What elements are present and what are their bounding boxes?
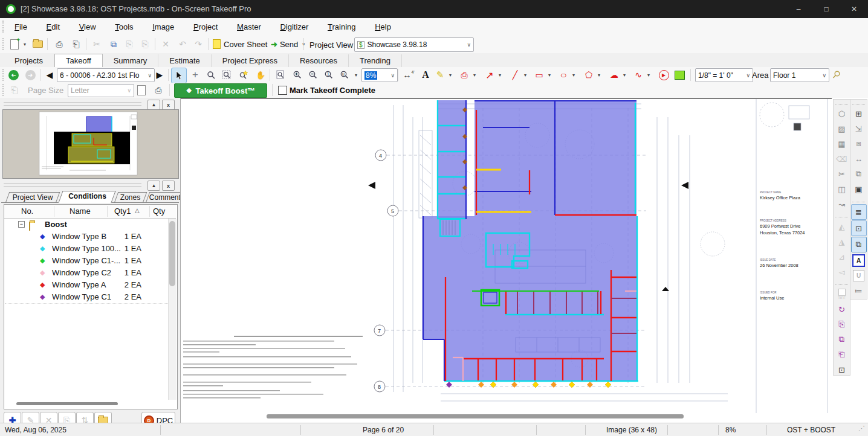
list-view-button[interactable]: ≣: [851, 204, 867, 220]
dimension-tool-button[interactable]: ↔4': [401, 68, 416, 82]
collapse-panel-button[interactable]: ▲: [147, 100, 160, 110]
takeoff-boost-button[interactable]: ❖ Takeoff Boost™: [174, 83, 267, 98]
tab-conditions[interactable]: Conditions: [58, 191, 115, 203]
page-setup-button[interactable]: ⎗: [7, 83, 22, 97]
menu-edit[interactable]: Edit: [38, 18, 68, 36]
splitter-grip[interactable]: [4, 183, 141, 187]
select-tool-button[interactable]: [171, 68, 187, 83]
rotate-ccw-button[interactable]: ◭: [835, 219, 849, 234]
copy-button[interactable]: ⧉: [106, 37, 121, 51]
eraser-button[interactable]: ⌫: [835, 152, 849, 166]
col-qty1[interactable]: Qty1: [114, 207, 131, 216]
expand-view-button[interactable]: ⇲: [852, 121, 866, 136]
close-panel-button[interactable]: x: [162, 181, 175, 191]
condition-group-row[interactable]: − Boost: [5, 219, 168, 231]
cut-button[interactable]: ✂: [89, 37, 104, 51]
scrollbar-thumb[interactable]: [169, 221, 175, 286]
print-button[interactable]: ⎙: [52, 37, 66, 51]
toolbar-grip[interactable]: [2, 38, 5, 50]
zoom-previous-button[interactable]: u: [337, 68, 352, 82]
new-group-button[interactable]: [94, 412, 112, 423]
area-selector[interactable]: Floor 1 ∨: [770, 68, 829, 82]
print-page-button[interactable]: ⎙: [151, 83, 166, 97]
scissors-button[interactable]: ✂: [835, 167, 849, 181]
splitter-grip[interactable]: [4, 102, 141, 106]
menu-grip[interactable]: [2, 21, 5, 33]
detail-list-button[interactable]: ≔: [852, 283, 866, 298]
duplicate-condition-button[interactable]: ⎘: [58, 412, 76, 423]
send-page-button[interactable]: ⎘: [835, 317, 849, 332]
rotate-cw-button[interactable]: ◮: [835, 234, 849, 249]
send-button[interactable]: ➜ Send ▾: [271, 37, 306, 51]
flip-vertical-button[interactable]: ◅: [835, 264, 849, 279]
collapse-panel-button[interactable]: ▲: [147, 181, 160, 191]
zoom-out-button[interactable]: [306, 68, 320, 82]
arrow-tool-button[interactable]: ↗: [482, 68, 497, 82]
menu-file[interactable]: File: [6, 18, 36, 36]
condition-row[interactable]: ◆ Window Type B 1 EA: [5, 231, 168, 243]
review-image-button[interactable]: ⊡: [851, 220, 867, 236]
curve-adjust-button[interactable]: ↝: [835, 197, 849, 211]
fill-color-button[interactable]: [672, 68, 687, 82]
paste-special-button[interactable]: ⎘: [138, 37, 152, 51]
ellipse-tool-button[interactable]: ○: [556, 68, 571, 82]
condition-row[interactable]: ◆ Window Type C1-... 1 EA: [5, 255, 168, 268]
hatch-region-button[interactable]: ▨: [835, 121, 849, 136]
condition-row[interactable]: ◆ Window Type C1 2 EA: [5, 291, 168, 304]
cloud-caret-icon[interactable]: ▾: [621, 72, 627, 78]
rotate-page-button[interactable]: ↻: [835, 302, 849, 316]
canvas-hscrollbar[interactable]: [267, 414, 684, 418]
tab-project-view[interactable]: Project View: [5, 192, 60, 203]
col-qty2[interactable]: Qty: [153, 207, 165, 216]
menu-help[interactable]: Help: [366, 18, 400, 36]
tiff-page-button[interactable]: TIFF: [835, 287, 849, 301]
print-preview-button[interactable]: ⎗: [69, 37, 83, 51]
crop-page-button[interactable]: ⊡: [835, 362, 849, 377]
maximize-button[interactable]: □: [812, 0, 840, 18]
condition-row[interactable]: ◆ Window Type 100... 1 EA: [5, 243, 168, 255]
menu-tools[interactable]: Tools: [106, 18, 141, 36]
previous-page-button[interactable]: ◀: [42, 68, 57, 82]
freehand-tool-button[interactable]: ∿: [631, 68, 646, 82]
undo-button[interactable]: ↶: [175, 37, 190, 51]
zoom-window-button[interactable]: [219, 68, 234, 82]
toolbar-grip[interactable]: [852, 101, 865, 105]
blank-page-button[interactable]: [134, 83, 149, 97]
menu-image[interactable]: Image: [144, 18, 183, 36]
zoom-in-button[interactable]: [290, 68, 305, 82]
back-button[interactable]: ➜: [6, 68, 21, 82]
area-search-button[interactable]: [829, 68, 844, 82]
edit-condition-button[interactable]: ✎: [22, 412, 39, 423]
add-condition-button[interactable]: ✚: [4, 412, 21, 423]
conditions-splitter[interactable]: ▲ x: [0, 180, 180, 190]
freehand-caret-icon[interactable]: ▾: [646, 72, 652, 78]
rectangle-tool-button[interactable]: ▭: [532, 68, 546, 82]
menu-master[interactable]: Master: [228, 18, 270, 36]
tab-estimate[interactable]: Estimate: [158, 54, 212, 68]
tab-projects[interactable]: Projects: [4, 54, 54, 68]
open-button[interactable]: [30, 37, 45, 51]
line-caret-icon[interactable]: ▾: [522, 72, 528, 78]
tab-resources[interactable]: Resources: [289, 54, 349, 68]
conditions-hscrollbar[interactable]: [16, 402, 118, 405]
playback-tool-button[interactable]: ▶: [656, 68, 671, 82]
rectangle-caret-icon[interactable]: ▾: [546, 72, 552, 78]
flip-horizontal-button[interactable]: ⊿: [835, 249, 849, 264]
copy-page-button[interactable]: ⧉: [835, 332, 849, 347]
toolbar-grip[interactable]: [835, 281, 848, 285]
zoom-level-input[interactable]: 8% ∨: [361, 68, 398, 82]
reorder-condition-button[interactable]: ⇅: [76, 412, 94, 423]
zoom-actual-button[interactable]: 1: [322, 68, 336, 82]
menu-training[interactable]: Training: [319, 18, 364, 36]
overview-thumbnail[interactable]: [2, 109, 179, 179]
condition-row[interactable]: ◆ Window Type A 2 EA: [5, 279, 168, 292]
delete-button[interactable]: ✕: [158, 37, 173, 51]
delete-condition-button[interactable]: ✕: [40, 412, 57, 423]
grid-table-button[interactable]: ▦: [835, 136, 849, 151]
zoom-caret-icon[interactable]: ▾: [353, 72, 359, 78]
project-selector[interactable]: $ Showcase 3.98.18 ∨: [354, 37, 474, 52]
paste-button[interactable]: ⎘: [122, 37, 137, 51]
redo-button[interactable]: ↷: [191, 37, 206, 51]
line-tool-button[interactable]: ╱: [508, 68, 522, 82]
col-no[interactable]: No.: [21, 207, 33, 216]
